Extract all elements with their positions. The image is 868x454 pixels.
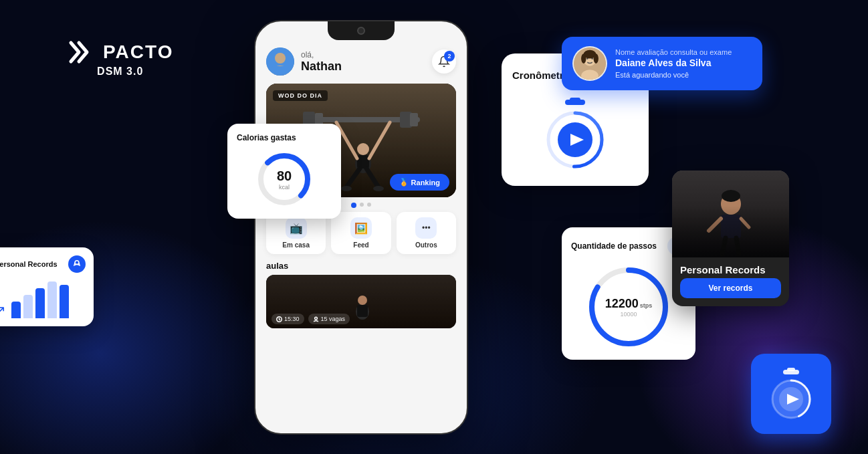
- emcasa-label: Em casa: [282, 241, 310, 249]
- notif-avatar: [572, 46, 607, 81]
- svg-rect-52: [672, 171, 789, 257]
- class-spots-badge: 15 vagas: [308, 314, 350, 324]
- svg-line-58: [736, 238, 739, 254]
- dot-1[interactable]: [351, 203, 356, 208]
- svg-point-26: [314, 317, 317, 320]
- ver-records-button[interactable]: Ver records: [680, 278, 781, 298]
- notif-name: Daiane Alves da Silva: [615, 58, 732, 68]
- notif-status: Está aguardando você: [615, 71, 732, 79]
- notif-sub: Nome avaliação consulta ou exame: [615, 48, 732, 56]
- svg-point-12: [357, 143, 369, 155]
- calorias-value: 80: [277, 168, 292, 184]
- svg-rect-34: [570, 98, 580, 102]
- bar-3: [35, 288, 45, 318]
- class-overlay: 15:30 15 vagas: [272, 314, 350, 324]
- pr-mini-title: Personal Records: [0, 260, 58, 268]
- classes-section-title: aulas: [266, 261, 456, 271]
- greeting-name: Nathan: [301, 60, 342, 74]
- pr-main-title: Personal Records: [672, 257, 789, 278]
- user-avatar: [266, 47, 294, 76]
- notification-bell[interactable]: 2: [432, 49, 456, 74]
- svg-rect-10: [410, 113, 418, 126]
- pr-main-card: Personal Records Ver records: [672, 171, 789, 306]
- logo-icon: [67, 40, 96, 64]
- emcasa-icon: 📺: [286, 217, 307, 239]
- bar-2: [23, 295, 33, 318]
- phone-main: olá, Nathan 2: [254, 20, 468, 435]
- cronometro-title: Cronômetro: [512, 70, 570, 81]
- bar-4: [47, 281, 57, 318]
- dot-3[interactable]: [367, 203, 371, 207]
- crono-mini[interactable]: [751, 354, 831, 434]
- passos-unit: stps: [640, 302, 653, 309]
- svg-point-59: [722, 190, 740, 202]
- pr-main-image: [672, 171, 789, 257]
- svg-point-19: [373, 186, 384, 191]
- svg-rect-3: [272, 66, 289, 76]
- svg-rect-54: [721, 215, 741, 238]
- svg-point-53: [721, 193, 741, 215]
- ranking-icon: 🏅: [399, 178, 409, 187]
- svg-line-55: [709, 219, 721, 231]
- pr-mini-icon: [68, 255, 86, 273]
- svg-rect-51: [672, 171, 789, 257]
- svg-point-46: [594, 53, 599, 64]
- wod-label: WOD DO DIA: [273, 90, 328, 101]
- svg-point-45: [581, 53, 586, 64]
- passos-num: 12200: [605, 297, 639, 311]
- svg-rect-61: [787, 368, 795, 371]
- app-header: olá, Nathan 2: [266, 45, 456, 76]
- brand-version: DSM 3.0: [97, 66, 143, 78]
- svg-line-56: [741, 219, 749, 227]
- passos-title: Quantidade de passos: [571, 241, 657, 251]
- brand-name: PACTO: [103, 41, 173, 63]
- user-greeting: olá, Nathan: [266, 47, 342, 76]
- logo-area: PACTO DSM 3.0: [67, 40, 173, 78]
- svg-rect-24: [357, 305, 368, 317]
- calorias-title: Calorias gastas: [237, 133, 332, 142]
- bell-badge: 2: [444, 51, 455, 62]
- calorias-unit: kcal: [277, 184, 292, 191]
- outros-icon: •••: [415, 217, 437, 239]
- svg-point-18: [341, 186, 352, 191]
- dot-2[interactable]: [360, 203, 364, 207]
- svg-point-1: [275, 53, 286, 64]
- passos-target: 10000: [605, 311, 653, 318]
- svg-line-57: [722, 238, 726, 254]
- pr-mini-card: Personal Records ↗: [0, 247, 94, 326]
- svg-point-23: [358, 296, 367, 305]
- ranking-button[interactable]: 🏅 Ranking: [390, 174, 449, 191]
- action-outros[interactable]: ••• Outros: [397, 212, 456, 254]
- class-time-badge: 15:30: [272, 314, 304, 324]
- bar-5: [60, 285, 69, 318]
- action-feed[interactable]: 🖼️ Feed: [331, 212, 391, 254]
- class-card[interactable]: 15:30 15 vagas: [266, 275, 456, 328]
- pr-chart: ↗: [0, 278, 86, 318]
- bar-1: [11, 302, 21, 318]
- phone-notch: [328, 21, 395, 40]
- phone-camera: [357, 27, 365, 35]
- greeting-hello: olá,: [301, 50, 342, 60]
- outros-label: Outros: [415, 241, 437, 249]
- notification-card[interactable]: Nome avaliação consulta ou exame Daiane …: [562, 37, 762, 90]
- pr-arrow-icon: ↗: [0, 302, 6, 318]
- calorias-card: Calorias gastas 80 kcal: [227, 124, 341, 219]
- feed-label: Feed: [353, 241, 368, 249]
- feed-icon: 🖼️: [350, 217, 372, 239]
